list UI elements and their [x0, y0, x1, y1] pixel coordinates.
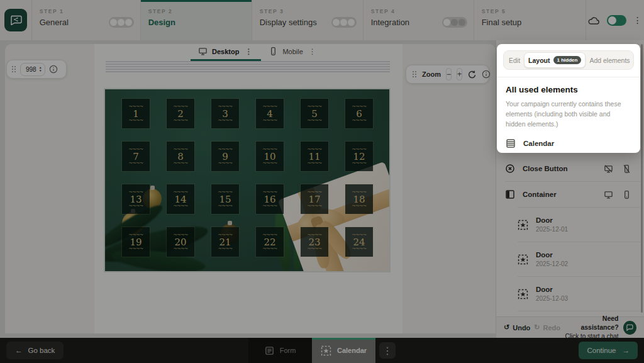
- device-tab-menu-icon[interactable]: ⋮: [308, 47, 318, 56]
- step-status-dots[interactable]: [109, 17, 134, 28]
- element-row-door[interactable]: Door2025-12-03: [496, 277, 640, 311]
- desktop-icon[interactable]: [604, 190, 613, 199]
- step-status-dots[interactable]: [331, 17, 357, 28]
- calendar-door-12[interactable]: ~~~~12~~~~: [345, 142, 373, 171]
- panel-tab-add-elements[interactable]: Add elements: [586, 52, 633, 68]
- drag-handle-icon[interactable]: [11, 65, 16, 73]
- undo-button[interactable]: ↺Undo: [504, 323, 530, 332]
- step-tab-display-settings[interactable]: STEP 3Display settings: [252, 0, 363, 40]
- calendar-door-8[interactable]: ~~~~8~~~~: [167, 142, 194, 171]
- app-logo[interactable]: [4, 9, 27, 31]
- panel-tab-layout[interactable]: Layout1 hidden: [524, 52, 586, 68]
- drag-handle-icon[interactable]: [412, 70, 417, 78]
- text-placeholder-lines: [106, 61, 390, 74]
- undo-icon: ↺: [504, 323, 509, 332]
- device-tab-menu-icon[interactable]: ⋮: [243, 47, 253, 56]
- element-row-container[interactable]: Container: [496, 182, 640, 207]
- campaign-page: ~~~~1~~~~~~~~2~~~~~~~~3~~~~~~~~4~~~~~~~~…: [5, 44, 496, 333]
- view-tab-label: Form: [280, 347, 296, 354]
- mobile-icon[interactable]: [622, 190, 631, 199]
- calendar-door-9[interactable]: ~~~~9~~~~: [211, 142, 239, 171]
- desktop-off-icon[interactable]: [604, 164, 613, 174]
- calendar-door-13[interactable]: ~~~~13~~~~: [122, 184, 150, 214]
- panel-tabs: EditLayout1 hiddenAdd elements: [503, 50, 634, 70]
- redo-label: Redo: [543, 324, 561, 332]
- continue-button[interactable]: Continue →: [579, 342, 638, 359]
- element-date: 2025-12-02: [536, 260, 568, 267]
- calendar-door-4[interactable]: ~~~~4~~~~: [256, 99, 284, 128]
- calendar-door-23[interactable]: ~~~~23~~~~: [301, 227, 328, 257]
- width-stepper[interactable]: ▲▼: [39, 66, 42, 72]
- layout-spotlight-card: EditLayout1 hiddenAdd elements All used …: [497, 44, 640, 153]
- desktop-icon: [198, 47, 208, 56]
- width-input[interactable]: 998 ▲▼: [20, 63, 45, 76]
- arrow-right-icon: →: [623, 347, 630, 354]
- calendar-preview[interactable]: ~~~~1~~~~~~~~2~~~~~~~~3~~~~~~~~4~~~~~~~~…: [104, 88, 391, 272]
- step-number: STEP 3: [260, 8, 357, 14]
- top-step-bar: STEP 1GeneralSTEP 2DesignSTEP 3Display s…: [0, 0, 644, 40]
- device-tab-label: Desktop: [212, 48, 239, 55]
- calendar-door-17[interactable]: ~~~~17~~~~: [301, 184, 328, 214]
- calendar-door-21[interactable]: ~~~~21~~~~: [211, 227, 239, 257]
- panel-tab-edit[interactable]: Edit: [505, 52, 524, 68]
- view-tab-form[interactable]: Form: [248, 338, 312, 363]
- width-info-icon[interactable]: [49, 65, 58, 74]
- calendar-door-2[interactable]: ~~~~2~~~~: [167, 99, 194, 128]
- chat-bubble-icon[interactable]: [623, 321, 636, 335]
- calendar-door-16[interactable]: ~~~~16~~~~: [256, 184, 284, 214]
- publish-toggle[interactable]: [607, 15, 626, 26]
- device-tab-desktop[interactable]: Desktop⋮: [191, 42, 261, 61]
- calendar-door-1[interactable]: ~~~~1~~~~: [122, 99, 150, 128]
- calendar-door-15[interactable]: ~~~~15~~~~: [211, 184, 239, 214]
- step-tab-integration[interactable]: STEP 4Integration: [363, 0, 474, 40]
- calendar-door-11[interactable]: ~~~~11~~~~: [301, 142, 328, 171]
- all-used-elements-section: All used elements Your campaign currentl…: [497, 77, 640, 129]
- calendar-doors-grid: ~~~~1~~~~~~~~2~~~~~~~~3~~~~~~~~4~~~~~~~~…: [122, 99, 373, 257]
- view-tab-menu-icon[interactable]: ⋮: [379, 342, 396, 359]
- panel-scrollbar[interactable]: [641, 44, 643, 313]
- calendar-door-6[interactable]: ~~~~6~~~~: [345, 99, 373, 128]
- view-tab-label: Calendar: [337, 347, 367, 354]
- section-description: Your campaign currently contains these e…: [506, 99, 631, 129]
- calendar-door-10[interactable]: ~~~~10~~~~: [256, 142, 284, 171]
- step-number: STEP 2: [148, 8, 245, 14]
- calendar-door-24[interactable]: ~~~~24~~~~: [345, 227, 373, 257]
- zoom-out-button[interactable]: −: [446, 68, 452, 81]
- calendar-door-19[interactable]: ~~~~19~~~~: [122, 227, 150, 257]
- element-row-close-button[interactable]: Close Button: [496, 156, 640, 181]
- view-tab-calendar[interactable]: Calendar: [312, 338, 375, 363]
- redo-button[interactable]: ↻Redo: [534, 323, 560, 332]
- step-tab-general[interactable]: STEP 1General: [31, 0, 140, 40]
- zoom-in-button[interactable]: +: [457, 68, 462, 81]
- mobile-off-icon[interactable]: [622, 164, 631, 174]
- door-icon: [518, 220, 528, 230]
- zoom-info-icon[interactable]: [482, 70, 491, 79]
- step-status-dots[interactable]: [442, 17, 467, 28]
- calendar-door-3[interactable]: ~~~~3~~~~: [211, 99, 239, 128]
- go-back-button[interactable]: ← Go back: [6, 342, 64, 359]
- device-tab-mobile[interactable]: Mobile⋮: [261, 42, 325, 61]
- step-number: STEP 4: [371, 8, 467, 14]
- step-tab-design[interactable]: STEP 2Design: [140, 0, 252, 40]
- calendar-door-18[interactable]: ~~~~18~~~~: [345, 184, 373, 214]
- used-elements-list: Close ButtonContainerDoor2025-12-01Door2…: [496, 156, 640, 316]
- element-row-door[interactable]: Door2025-12-01: [496, 208, 640, 242]
- campaign-editor-app: STEP 1GeneralSTEP 2DesignSTEP 3Display s…: [0, 0, 644, 363]
- panel-tab-label: Add elements: [589, 57, 630, 64]
- topbar-menu-icon[interactable]: ⋮: [633, 16, 642, 25]
- assist-title: Need assistance?: [580, 315, 618, 331]
- calendar-door-20[interactable]: ~~~~20~~~~: [167, 227, 194, 257]
- step-label: Final setup: [482, 18, 579, 27]
- element-row-door[interactable]: Door2025-12-02: [496, 242, 640, 276]
- calendar-door-22[interactable]: ~~~~22~~~~: [256, 227, 284, 257]
- step-number: STEP 1: [40, 8, 134, 14]
- element-row-calendar[interactable]: Calendar: [506, 138, 640, 148]
- cloud-save-icon[interactable]: [588, 16, 600, 25]
- zoom-reset-icon[interactable]: [467, 70, 477, 79]
- element-label: Door: [536, 251, 568, 259]
- calendar-door-5[interactable]: ~~~~5~~~~: [301, 99, 328, 128]
- assist-widget[interactable]: Need assistance?Click to start a chat: [564, 315, 636, 340]
- calendar-door-7[interactable]: ~~~~7~~~~: [122, 142, 150, 171]
- calendar-door-14[interactable]: ~~~~14~~~~: [167, 184, 194, 214]
- step-tab-final-setup[interactable]: STEP 5Final setup: [474, 0, 586, 40]
